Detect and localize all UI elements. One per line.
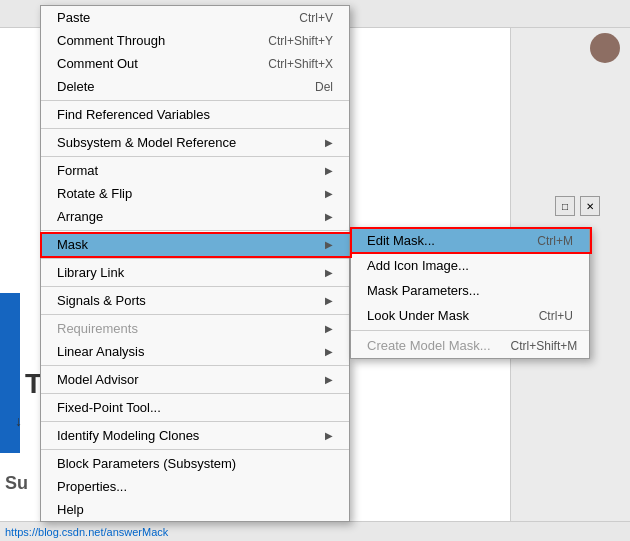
menu-separator [41,286,349,287]
down-arrow: ↓ [15,413,22,429]
submenu-item-label-mask_parameters: Mask Parameters... [367,283,573,298]
submenu-shortcut-create_model_mask: Ctrl+Shift+M [511,339,578,353]
submenu-item-edit_mask[interactable]: Edit Mask...Ctrl+M [351,228,589,253]
menu-item-label-help: Help [57,502,333,517]
menu-item-identify_modeling[interactable]: Identify Modeling Clones▶ [41,424,349,447]
close-icon: ✕ [586,201,594,212]
submenu-item-label-add_icon: Add Icon Image... [367,258,573,273]
arrow-icon-rotate_flip: ▶ [325,188,333,199]
menu-separator [41,128,349,129]
arrow-icon-arrange: ▶ [325,211,333,222]
menu-item-label-find_referenced: Find Referenced Variables [57,107,333,122]
menu-item-label-comment_out: Comment Out [57,56,248,71]
sub-label: Su [5,473,28,494]
menu-separator [41,421,349,422]
menu-item-fixed_point_tool[interactable]: Fixed-Point Tool... [41,396,349,419]
menu-item-format[interactable]: Format▶ [41,159,349,182]
menu-item-properties[interactable]: Properties... [41,475,349,498]
arrow-icon-mask: ▶ [325,239,333,250]
submenu-item-look_under_mask[interactable]: Look Under MaskCtrl+U [351,303,589,328]
submenu-item-label-edit_mask: Edit Mask... [367,233,517,248]
arrow-icon-library_link: ▶ [325,267,333,278]
submenu-item-label-look_under_mask: Look Under Mask [367,308,519,323]
menu-item-requirements[interactable]: Requirements▶ [41,317,349,340]
menu-separator [41,230,349,231]
menu-item-delete[interactable]: DeleteDel [41,75,349,98]
avatar [590,33,620,63]
menu-separator [41,156,349,157]
submenu-item-create_model_mask[interactable]: Create Model Mask...Ctrl+Shift+M [351,333,589,358]
menu-separator [41,449,349,450]
blue-sidebar-bar [0,293,20,453]
menu-separator [41,258,349,259]
arrow-icon-format: ▶ [325,165,333,176]
menu-item-label-library_link: Library Link [57,265,325,280]
menu-item-label-arrange: Arrange [57,209,325,224]
submenu-separator [351,330,589,331]
menu-item-label-format: Format [57,163,325,178]
shortcut-delete: Del [315,80,333,94]
menu-item-mask[interactable]: Mask▶ [41,233,349,256]
menu-item-find_referenced[interactable]: Find Referenced Variables [41,103,349,126]
menu-item-label-delete: Delete [57,79,295,94]
menu-item-label-properties: Properties... [57,479,333,494]
menu-item-model_advisor[interactable]: Model Advisor▶ [41,368,349,391]
menu-separator [41,100,349,101]
menu-item-label-identify_modeling: Identify Modeling Clones [57,428,325,443]
menu-item-label-signals_ports: Signals & Ports [57,293,325,308]
menu-item-label-rotate_flip: Rotate & Flip [57,186,325,201]
menu-item-rotate_flip[interactable]: Rotate & Flip▶ [41,182,349,205]
menu-item-comment_out[interactable]: Comment OutCtrl+Shift+X [41,52,349,75]
menu-item-comment_through[interactable]: Comment ThroughCtrl+Shift+Y [41,29,349,52]
shortcut-paste: Ctrl+V [299,11,333,25]
menu-item-label-model_advisor: Model Advisor [57,372,325,387]
menu-separator [41,393,349,394]
minimize-icon: □ [562,201,568,212]
menu-item-signals_ports[interactable]: Signals & Ports▶ [41,289,349,312]
menu-separator [41,314,349,315]
menu-item-label-paste: Paste [57,10,279,25]
menu-item-block_params[interactable]: Block Parameters (Subsystem) [41,452,349,475]
arrow-icon-signals_ports: ▶ [325,295,333,306]
minimize-button[interactable]: □ [555,196,575,216]
menu-item-label-mask: Mask [57,237,325,252]
submenu-shortcut-edit_mask: Ctrl+M [537,234,573,248]
shortcut-comment_out: Ctrl+Shift+X [268,57,333,71]
arrow-icon-model_advisor: ▶ [325,374,333,385]
submenu-item-add_icon[interactable]: Add Icon Image... [351,253,589,278]
arrow-icon-subsystem_model: ▶ [325,137,333,148]
arrow-icon-linear_analysis: ▶ [325,346,333,357]
context-menu: PasteCtrl+VComment ThroughCtrl+Shift+YCo… [40,5,350,522]
url-bar: https://blog.csdn.net/answerMack [0,521,630,541]
menu-item-subsystem_model[interactable]: Subsystem & Model Reference▶ [41,131,349,154]
shortcut-comment_through: Ctrl+Shift+Y [268,34,333,48]
menu-item-arrange[interactable]: Arrange▶ [41,205,349,228]
menu-item-label-requirements: Requirements [57,321,325,336]
menu-item-label-subsystem_model: Subsystem & Model Reference [57,135,325,150]
menu-item-linear_analysis[interactable]: Linear Analysis▶ [41,340,349,363]
submenu-shortcut-look_under_mask: Ctrl+U [539,309,573,323]
menu-item-help[interactable]: Help [41,498,349,521]
menu-item-label-fixed_point_tool: Fixed-Point Tool... [57,400,333,415]
menu-item-label-comment_through: Comment Through [57,33,248,48]
menu-item-label-linear_analysis: Linear Analysis [57,344,325,359]
menu-item-label-block_params: Block Parameters (Subsystem) [57,456,333,471]
arrow-icon-requirements: ▶ [325,323,333,334]
close-button[interactable]: ✕ [580,196,600,216]
submenu-item-mask_parameters[interactable]: Mask Parameters... [351,278,589,303]
menu-item-library_link[interactable]: Library Link▶ [41,261,349,284]
url-text: https://blog.csdn.net/answerMack [5,526,168,538]
submenu: Edit Mask...Ctrl+MAdd Icon Image...Mask … [350,227,590,359]
menu-item-paste[interactable]: PasteCtrl+V [41,6,349,29]
arrow-icon-identify_modeling: ▶ [325,430,333,441]
menu-separator [41,365,349,366]
submenu-item-label-create_model_mask: Create Model Mask... [367,338,491,353]
